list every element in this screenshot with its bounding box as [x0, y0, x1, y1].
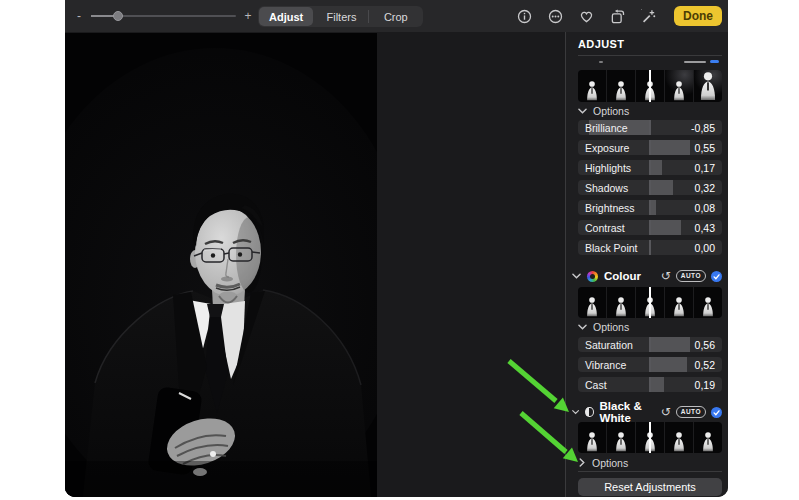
strip-cursor[interactable] [649, 70, 651, 102]
colour-wheel-icon [587, 271, 598, 282]
photos-edit-window: - + Adjust Filters Crop [65, 0, 728, 497]
screenshot-stage: - + Adjust Filters Crop [0, 0, 799, 500]
slider-value: 0,56 [695, 339, 715, 351]
slider-center-tick [649, 337, 651, 352]
bw-section-header[interactable]: Black & White ↺ AUTO [572, 405, 722, 419]
slider-label: Exposure [585, 142, 629, 154]
auto-enhance-icon[interactable] [641, 9, 656, 24]
slider-value: 0,52 [695, 359, 715, 371]
enabled-checkbox[interactable] [711, 407, 722, 418]
slider-contrast[interactable]: Contrast 0,43 [578, 220, 722, 235]
chevron-right-icon [578, 458, 586, 467]
auto-button[interactable]: AUTO [676, 270, 706, 282]
slider-label: Brilliance [585, 122, 628, 134]
auto-button[interactable]: AUTO [676, 406, 706, 418]
slider-fill [650, 220, 681, 235]
slider-label: Cast [585, 379, 607, 391]
slider-label: Vibrance [585, 359, 626, 371]
slider-center-tick [649, 180, 651, 195]
favorite-icon[interactable] [579, 9, 594, 24]
strip-cursor[interactable] [649, 287, 651, 318]
slider-fill [650, 180, 673, 195]
undo-icon[interactable]: ↺ [661, 270, 671, 282]
colour-frame [664, 287, 693, 318]
done-button[interactable]: Done [674, 6, 722, 26]
slider-value: 0,17 [695, 162, 715, 174]
slider-fill [650, 357, 687, 372]
slider-fill [650, 337, 690, 352]
slider-fill [650, 377, 664, 392]
slider-value: 0,19 [695, 379, 715, 391]
slider-cast[interactable]: Cast 0,19 [578, 377, 722, 392]
slider-highlights[interactable]: Highlights 0,17 [578, 160, 722, 175]
slider-center-tick [649, 120, 651, 135]
slider-center-tick [649, 240, 651, 255]
colour-section-header[interactable]: Colour ↺ AUTO [572, 269, 722, 283]
panel-divider [578, 55, 722, 56]
chevron-down-icon [572, 272, 581, 280]
light-frame [693, 70, 722, 102]
colour-frame [693, 287, 722, 318]
bw-intensity-strip[interactable] [578, 422, 722, 453]
light-intensity-strip[interactable] [578, 70, 722, 102]
slider-fill [650, 160, 662, 175]
zoom-out-icon[interactable]: - [73, 9, 85, 23]
tab-adjust[interactable]: Adjust [259, 7, 313, 26]
undo-icon[interactable]: ↺ [661, 406, 671, 418]
panel-title: ADJUST [578, 38, 624, 50]
strip-cursor[interactable] [649, 422, 651, 453]
more-options-icon[interactable] [548, 9, 563, 24]
light-icon-sliver [599, 61, 603, 63]
slider-label: Black Point [585, 242, 638, 254]
bw-frame [606, 422, 635, 453]
slider-brightness[interactable]: Brightness 0,08 [578, 200, 722, 215]
photo-preview [65, 33, 377, 497]
slider-value: 0,43 [695, 222, 715, 234]
tab-filters[interactable]: Filters [314, 6, 368, 27]
slider-shadows[interactable]: Shadows 0,32 [578, 180, 722, 195]
slider-brilliance[interactable]: Brilliance -0,85 [578, 120, 722, 135]
slider-value: 0,08 [695, 202, 715, 214]
slider-exposure[interactable]: Exposure 0,55 [578, 140, 722, 155]
panel-divider [578, 471, 722, 472]
colour-options-toggle[interactable]: Options [578, 320, 629, 333]
options-label: Options [593, 105, 629, 117]
slider-saturation[interactable]: Saturation 0,56 [578, 337, 722, 352]
bw-options-toggle[interactable]: Options [578, 456, 628, 469]
slider-label: Highlights [585, 162, 631, 174]
colour-frame [606, 287, 635, 318]
info-icon[interactable] [517, 9, 532, 24]
light-check-sliver [710, 60, 719, 63]
slider-center-tick [649, 200, 651, 215]
slider-label: Contrast [585, 222, 625, 234]
zoom-slider-knob[interactable] [113, 11, 123, 21]
zoom-control: - + [73, 0, 254, 32]
chevron-down-icon [578, 107, 587, 115]
chevron-down-icon [578, 323, 587, 331]
enabled-checkbox[interactable] [711, 271, 722, 282]
bw-frame [693, 422, 722, 453]
tab-crop[interactable]: Crop [369, 6, 423, 27]
bw-frame [664, 422, 693, 453]
rotate-icon[interactable] [610, 9, 625, 24]
zoom-slider-track[interactable] [91, 15, 236, 17]
slider-fill [650, 140, 690, 155]
slider-label: Saturation [585, 339, 633, 351]
zoom-in-icon[interactable]: + [242, 9, 254, 23]
light-options-toggle[interactable]: Options [578, 104, 629, 117]
adjust-panel: ADJUST Options Br [566, 32, 728, 497]
check-icon [712, 408, 721, 417]
colour-intensity-strip[interactable] [578, 287, 722, 318]
slider-vibrance[interactable]: Vibrance 0,52 [578, 357, 722, 372]
light-frame [606, 70, 635, 102]
slider-label: Brightness [585, 202, 635, 214]
black-white-icon [585, 407, 593, 417]
slider-value: 0,00 [695, 242, 715, 254]
slider-center-tick [649, 140, 651, 155]
colour-frame [578, 287, 606, 318]
reset-adjustments-button[interactable]: Reset Adjustments [578, 478, 722, 496]
light-auto-sliver [684, 61, 706, 63]
slider-value: 0,32 [695, 182, 715, 194]
light-frame [578, 70, 606, 102]
slider-black-point[interactable]: Black Point 0,00 [578, 240, 722, 255]
